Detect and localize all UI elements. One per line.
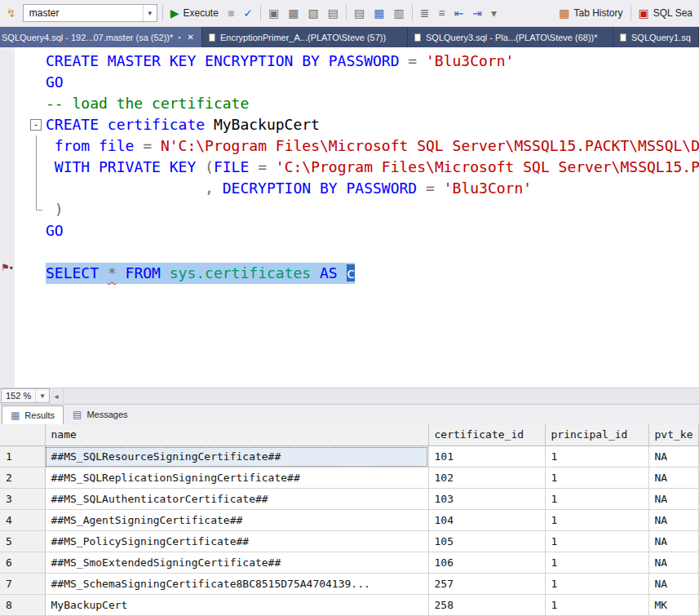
column-header-principal_id[interactable]: principal_id xyxy=(545,424,648,446)
code-line[interactable]: ) xyxy=(15,199,699,220)
grid-cell[interactable]: 106 xyxy=(428,552,545,574)
outdent-button[interactable]: ⇤ xyxy=(450,2,468,24)
row-number[interactable]: 8 xyxy=(0,595,45,616)
chevron-down-icon[interactable]: ▾ xyxy=(143,5,157,21)
sql-editor[interactable]: ⚑▾ CREATE MASTER KEY ENCRYPTION BY PASSW… xyxy=(0,47,699,388)
grid-cell[interactable]: ##MS_SmoExtendedSigningCertificate## xyxy=(45,552,428,574)
grid-cell[interactable]: ##MS_AgentSigningCertificate## xyxy=(45,510,428,531)
messages-tab[interactable]: ▤Messages xyxy=(64,405,136,424)
code-line[interactable]: GO xyxy=(15,72,699,93)
results-to-grid-button[interactable]: ▦ xyxy=(369,2,388,24)
grid-cell[interactable]: NA xyxy=(648,510,699,531)
code-line[interactable]: WITH PRIVATE KEY (FILE = 'C:\Program Fil… xyxy=(15,157,699,178)
comment-button[interactable]: ≣ xyxy=(416,2,434,24)
parse-button[interactable]: ✓ xyxy=(239,2,257,24)
cancel-query-button[interactable]: ■ xyxy=(223,2,238,24)
code-area[interactable]: CREATE MASTER KEY ENCRYPTION BY PASSWORD… xyxy=(15,47,699,388)
margin-flag[interactable]: ⚑▾ xyxy=(1,262,13,273)
row-number[interactable]: 5 xyxy=(0,531,45,552)
grid-cell[interactable]: 1 xyxy=(545,552,648,574)
grid-cell[interactable]: MK xyxy=(648,595,699,616)
sqlcmd-mode-button[interactable]: ▣ xyxy=(264,2,283,24)
grid-cell[interactable]: 1 xyxy=(545,468,648,489)
code-gutter xyxy=(15,199,46,220)
code-line[interactable]: -- load the certificate xyxy=(15,93,699,114)
grid-cell[interactable]: 1 xyxy=(545,489,648,510)
tab-sqlquery4[interactable]: SQLQuery4.sql - 192...07.master (sa (52)… xyxy=(0,27,202,47)
code-gutter: - xyxy=(15,114,46,135)
tab-history-button[interactable]: ▦Tab History xyxy=(555,2,626,24)
grid-cell[interactable]: NA xyxy=(648,531,699,552)
row-number[interactable]: 4 xyxy=(0,510,45,531)
row-number[interactable]: 2 xyxy=(0,468,45,489)
grid-cell[interactable]: ##MS_SQLResourceSigningCertificate## xyxy=(45,446,428,468)
tab-sqlquery1[interactable]: SQLQuery1.sq xyxy=(613,27,699,47)
grid-cell[interactable]: NA xyxy=(648,574,699,595)
grid-cell[interactable]: NA xyxy=(648,446,699,468)
code-line[interactable] xyxy=(15,242,699,263)
grid-cell[interactable]: ##MS_SQLReplicationSigningCertificate## xyxy=(45,468,428,489)
grid-cell[interactable]: 104 xyxy=(428,510,545,531)
code-line[interactable]: CREATE MASTER KEY ENCRYPTION BY PASSWORD… xyxy=(15,51,699,72)
specify-values-button[interactable]: ▦ xyxy=(284,2,303,24)
hscroll-left-button[interactable]: ◂ xyxy=(50,388,64,403)
grid-cell[interactable]: NA xyxy=(648,489,699,510)
tab-sqlquery3[interactable]: SQLQuery3.sql - Pla...(PLATO\Steve (68))… xyxy=(408,27,613,47)
connection-button[interactable]: ↯ xyxy=(2,2,20,24)
row-number[interactable]: 6 xyxy=(0,552,45,574)
code-line[interactable]: -CREATE certificate MyBackupCert xyxy=(15,114,699,135)
code-line[interactable]: GO xyxy=(15,220,699,242)
chevron-down-icon[interactable]: ▾ xyxy=(35,389,49,402)
grid-corner-cell[interactable] xyxy=(0,424,45,446)
document-icon xyxy=(620,33,626,42)
grid-cell[interactable]: 1 xyxy=(545,574,648,595)
column-header-name[interactable]: name xyxy=(45,424,428,446)
grid-cell[interactable]: 1 xyxy=(545,446,648,468)
grid-cell[interactable]: 258 xyxy=(428,595,545,616)
results-grid[interactable]: namecertificate_idprincipal_idpvt_ke1##M… xyxy=(0,424,699,616)
toolbar-options-button[interactable]: ▾ xyxy=(487,2,501,24)
code-line[interactable]: SELECT * FROM sys.certificates AS c xyxy=(15,263,699,284)
execute-button[interactable]: ▶Execute xyxy=(166,2,223,24)
chevron-down-icon[interactable]: ▾ xyxy=(10,264,13,272)
row-number[interactable]: 3 xyxy=(0,489,45,510)
grid-cell[interactable]: ##MS_SQLAuthenticatorCertificate## xyxy=(45,489,428,510)
grid-cell[interactable]: NA xyxy=(648,552,699,574)
tab-encryptionprimer[interactable]: EncryptionPrimer_A...(PLATO\Steve (57)) xyxy=(202,27,408,47)
grid-cell[interactable]: 1 xyxy=(545,510,648,531)
column-header-pvt_ke[interactable]: pvt_ke xyxy=(648,424,699,446)
sql-search-button[interactable]: ▣SQL Sea xyxy=(635,2,697,24)
pin-icon[interactable]: ▪ xyxy=(178,33,180,42)
results-to-text-button[interactable]: ▤ xyxy=(350,2,369,24)
row-number[interactable]: 1 xyxy=(0,446,45,468)
grid-cell[interactable]: MyBackupCert xyxy=(45,595,428,616)
row-number[interactable]: 7 xyxy=(0,574,45,595)
grid-cell[interactable]: ##MS_PolicySigningCertificate## xyxy=(45,531,428,552)
grid-cell[interactable]: 101 xyxy=(428,446,545,468)
connection-icon: ↯ xyxy=(7,7,16,19)
grid-header-row: namecertificate_idprincipal_idpvt_ke xyxy=(0,424,699,446)
estimated-plan-button[interactable]: ▧ xyxy=(304,2,323,24)
grid-cell[interactable]: 102 xyxy=(428,468,545,489)
grid-cell[interactable]: 105 xyxy=(428,531,545,552)
grid-cell[interactable]: 103 xyxy=(428,489,545,510)
grid-cell[interactable]: NA xyxy=(648,468,699,489)
code-line[interactable]: , DECRYPTION BY PASSWORD = 'Blu3Corn' xyxy=(15,178,699,199)
results-tab[interactable]: ▦Results xyxy=(2,405,64,424)
grid-cell[interactable]: 1 xyxy=(545,531,648,552)
zoom-select[interactable]: 152 % ▾ xyxy=(1,388,50,403)
query-options-button[interactable]: ▤ xyxy=(324,2,343,24)
column-header-certificate_id[interactable]: certificate_id xyxy=(428,424,545,446)
code-line[interactable]: from file = N'C:\Program Files\Microsoft… xyxy=(15,135,699,157)
close-icon[interactable]: ✕ xyxy=(186,33,194,42)
fold-collapse-icon[interactable]: - xyxy=(30,119,42,131)
database-combo[interactable]: master▾ xyxy=(23,4,157,22)
grid-cell[interactable]: ##MS_SchemaSigningCertificate8BC8515D75A… xyxy=(45,574,428,595)
sqlcmd-icon: ▣ xyxy=(268,7,279,19)
results-to-file-button[interactable]: ▥ xyxy=(389,2,408,24)
grid-cell[interactable]: 257 xyxy=(428,574,545,595)
grid-cell[interactable]: 1 xyxy=(545,595,648,616)
indent-button[interactable]: ⇥ xyxy=(468,2,486,24)
horizontal-scrollbar[interactable] xyxy=(64,388,699,403)
uncomment-button[interactable]: ≡ xyxy=(434,2,449,24)
